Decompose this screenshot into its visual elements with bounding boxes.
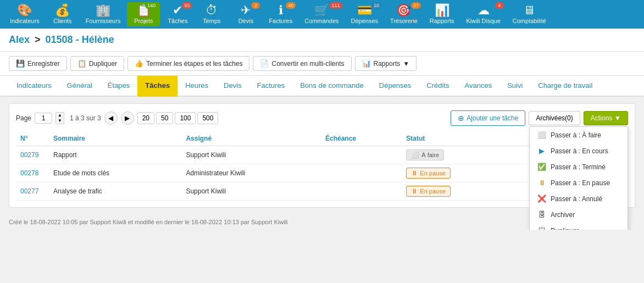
tab-credits[interactable]: Crédits [419, 76, 457, 97]
dropdown-item-passer-annule[interactable]: ❌Passer à : Annulé [530, 191, 628, 207]
status-icon-0: ⬜ [411, 151, 419, 159]
nav-badge-projets: 140 [145, 2, 158, 9]
dropdown-item-passer-termine[interactable]: ✅Passer à : Terminé [530, 159, 628, 175]
nav-item-depenses[interactable]: 10 💳 Dépenses [346, 2, 384, 26]
nav-item-tresorerie[interactable]: 37 🎯 Trésorerie [385, 2, 423, 26]
cell-num-2[interactable]: 00277 [16, 182, 49, 201]
add-task-label: Ajouter une tâche [467, 114, 518, 122]
tab-suivi[interactable]: Suivi [499, 76, 530, 97]
nav-item-indicateurs[interactable]: 🎨 Indicateurs [4, 2, 45, 26]
nav-item-clients[interactable]: 💰 Clients [46, 2, 79, 26]
cell-echeance-0 [321, 146, 402, 164]
tab-bons-commande[interactable]: Bons de commande [292, 76, 371, 97]
tab-heures[interactable]: Heures [177, 76, 216, 97]
dropdown-icon-passer-termine: ✅ [537, 163, 546, 171]
toolbar-btn-rapports[interactable]: 📊Rapports▼ [355, 56, 417, 71]
tab-depenses[interactable]: Dépenses [371, 76, 419, 97]
nav-item-rapports[interactable]: 📊 Rapports [424, 2, 460, 26]
cell-num-1[interactable]: 00278 [16, 164, 49, 182]
page-label: Page [16, 114, 31, 122]
page-input[interactable] [35, 113, 52, 124]
actions-chevron-icon: ▼ [614, 114, 621, 122]
dropdown-label-passer-encours: Passer à : En cours [551, 147, 608, 155]
breadcrumb-project[interactable]: 01508 - Hélène [46, 34, 114, 45]
page-up-button[interactable]: ▲ [56, 113, 64, 118]
tab-taches[interactable]: Tâches [137, 76, 177, 97]
nav-item-projets[interactable]: 140 📋 Projets [127, 2, 160, 26]
prev-page-button[interactable]: ◀ [104, 112, 118, 125]
next-page-button[interactable]: ▶ [121, 112, 134, 125]
breadcrumb-user[interactable]: Alex [9, 34, 30, 45]
toolbar-label-terminer: Terminer les étapes et les tâches [146, 60, 242, 68]
actions-button[interactable]: Actions ▼ [584, 111, 628, 125]
tab-avances[interactable]: Avances [457, 76, 500, 97]
per-page-50[interactable]: 50 [156, 112, 173, 124]
dropdown-label-passer-enpause: Passer à : En pause [551, 179, 610, 187]
nav-label-factures: Factures [269, 18, 292, 24]
per-page-500[interactable]: 500 [197, 112, 218, 124]
toolbar-btn-dupliquer[interactable]: 📋Dupliquer [70, 56, 124, 71]
toolbar-icon-terminer: 👍 [135, 59, 143, 68]
nav-item-temps[interactable]: ⏱ Temps [195, 2, 228, 26]
page-down-button[interactable]: ▼ [56, 118, 64, 124]
dropdown-label-passer-afaire: Passer à : À faire [551, 131, 601, 139]
dropdown-item-dupliquer[interactable]: 📋Dupliquer [530, 223, 628, 230]
sub-tabs: IndicateursGénéralÉtapesTâchesHeuresDevi… [0, 76, 644, 97]
toolbar-label-dupliquer: Dupliquer [89, 60, 117, 68]
toolbar: 💾Enregistrer📋Dupliquer👍Terminer les étap… [0, 52, 644, 76]
archived-button[interactable]: Archivées(0) [529, 111, 580, 125]
col-header-2: Assigné [181, 131, 321, 146]
nav-label-projets: Projets [134, 18, 153, 24]
per-page-20[interactable]: 20 [137, 112, 154, 124]
tab-etapes[interactable]: Étapes [100, 76, 137, 97]
nav-item-kiwili-disque[interactable]: 4 ☁ Kiwili Disque [460, 2, 506, 26]
tab-general[interactable]: Général [59, 76, 100, 97]
dropdown-item-passer-afaire[interactable]: ⬜Passer à : À faire [530, 127, 628, 143]
actions-container: Actions ▼ ⬜Passer à : À faire▶Passer à :… [584, 111, 628, 125]
nav-item-factures[interactable]: 40 ℹ Factures [263, 2, 298, 26]
nav-item-fournisseurs[interactable]: 🏢 Fournisseurs [80, 2, 126, 26]
cell-assigne-1: Administrateur Kiwili [181, 164, 321, 182]
nav-label-temps: Temps [203, 18, 220, 24]
dropdown-label-passer-annule: Passer à : Annulé [551, 195, 602, 203]
nav-label-indicateurs: Indicateurs [10, 18, 40, 24]
toolbar-btn-enregistrer[interactable]: 💾Enregistrer [9, 56, 67, 71]
cell-echeance-1 [321, 164, 402, 182]
app-container: 🎨 Indicateurs 💰 Clients 🏢 Fournisseurs 1… [0, 0, 644, 230]
nav-icon-tresorerie: 🎯 [396, 4, 411, 16]
nav-icon-depenses: 💳 [357, 4, 372, 16]
dropdown-item-archiver[interactable]: 🗄Archiver [530, 207, 628, 223]
cell-num-0[interactable]: 00279 [16, 146, 49, 164]
cell-sommaire-1: Etude de mots clés [49, 164, 181, 182]
toolbar-btn-terminer[interactable]: 👍Terminer les étapes et les tâches [127, 56, 249, 71]
cell-assigne-2: Support Kiwili [181, 182, 321, 201]
nav-item-taches[interactable]: 95 ✔ Tâches [161, 2, 194, 26]
dropdown-icon-passer-enpause: ⏸ [537, 179, 546, 187]
toolbar-btn-convertir[interactable]: 📄Convertir en multi-clients [253, 56, 351, 71]
dropdown-item-passer-enpause[interactable]: ⏸Passer à : En pause [530, 175, 628, 191]
toolbar-icon-enregistrer: 💾 [16, 59, 25, 68]
pagination-bar: Page ▲ ▼ 1 à 3 sur 3 ◀ ▶ 2050100500 ⊕ Aj… [16, 110, 628, 126]
dropdown-label-archiver: Archiver [551, 211, 575, 219]
dropdown-item-passer-encours[interactable]: ▶Passer à : En cours [530, 143, 628, 159]
nav-icon-fournisseurs: 🏢 [96, 4, 110, 16]
toolbar-label-enregistrer: Enregistrer [27, 60, 60, 68]
dropdown-icon-passer-afaire: ⬜ [537, 131, 546, 139]
top-nav: 🎨 Indicateurs 💰 Clients 🏢 Fournisseurs 1… [0, 0, 644, 29]
toolbar-icon-rapports: 📊 [362, 59, 371, 68]
page-stepper[interactable]: ▲ ▼ [55, 112, 64, 124]
nav-label-devis: Devis [238, 18, 254, 24]
tab-factures[interactable]: Factures [249, 76, 293, 97]
add-task-button[interactable]: ⊕ Ajouter une tâche [451, 110, 525, 126]
nav-item-comptabilite[interactable]: 🖥 Comptabilité [507, 2, 552, 26]
tab-charge-travail[interactable]: Charge de travail [530, 76, 600, 97]
nav-item-devis[interactable]: 2 ✈ Devis [229, 2, 262, 26]
nav-label-comptabilite: Comptabilité [513, 18, 546, 24]
per-page-100[interactable]: 100 [175, 112, 196, 124]
cell-assigne-0: Support Kiwili [181, 146, 321, 164]
tab-indicateurs[interactable]: Indicateurs [9, 76, 59, 97]
tab-devis[interactable]: Devis [216, 76, 249, 97]
toolbar-label-convertir: Convertir en multi-clients [271, 60, 344, 68]
nav-item-commandes[interactable]: 111 🛒 Commandes [299, 2, 344, 26]
toolbar-label-rapports: Rapports [374, 60, 401, 68]
